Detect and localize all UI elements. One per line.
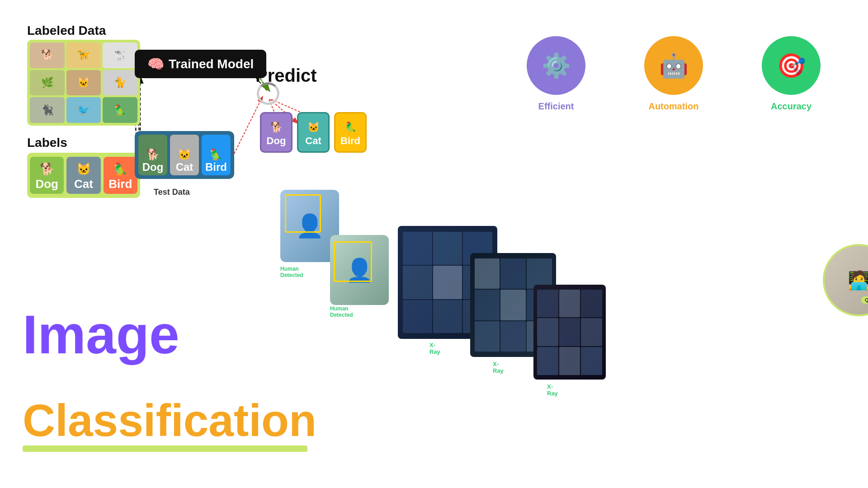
- grid-cell-cat3: 🐈: [103, 70, 137, 96]
- labeled-data-title: Labeled Data: [27, 23, 106, 38]
- predict-spinner: [257, 82, 279, 105]
- svg-line-10: [234, 97, 262, 154]
- test-data-label: Test Data: [154, 188, 190, 197]
- xray-label-2: X-Ray: [493, 361, 504, 374]
- face-box-1: [285, 194, 321, 233]
- automation-label: Automation: [648, 101, 698, 112]
- grid-cell-dog3: 🐩: [103, 42, 137, 68]
- xray-label-1: X-Ray: [429, 342, 440, 355]
- accuracy-icon: 🎯: [762, 36, 821, 95]
- face-image-2: 👤: [330, 235, 389, 305]
- grid-cell-dog1: 🐕: [30, 42, 65, 68]
- label-cat: 🐱 Cat: [66, 157, 100, 194]
- xray-label-3: X-Ray: [547, 383, 558, 397]
- grid-cell-cat1: 🌿: [30, 70, 65, 96]
- automation-icon: 🤖: [644, 36, 703, 95]
- brain-icon: 🧠: [147, 56, 164, 72]
- grid-cell-cat2: 🐱: [66, 70, 101, 96]
- xray-image-3: [533, 285, 606, 380]
- features-section: ⚙️ Efficient 🤖 Automation 🎯 Accuracy: [524, 36, 823, 112]
- human-detected-label-1: Human Detected: [280, 266, 303, 278]
- predict-results: 🐕 Dog 🐱 Cat 🦜 Bird: [260, 112, 367, 153]
- accuracy-label: Accuracy: [771, 101, 811, 112]
- test-bird-cell: 🦜 Bird: [202, 135, 231, 175]
- classification-text: Classification: [23, 398, 316, 443]
- label-dog: 🐕 Dog: [30, 157, 64, 194]
- grid-cell-dog2: 🦮: [66, 42, 101, 68]
- pred-bird-card: 🦜 Bird: [334, 112, 367, 153]
- test-cat-cell: 🐱 Cat: [170, 135, 199, 175]
- person-badge: Quinn_free: [861, 296, 868, 304]
- underline-bar: [23, 446, 307, 452]
- person-circle-2: 🧑‍💻: [823, 244, 868, 316]
- feature-automation: 🤖 Automation: [642, 36, 705, 112]
- label-bird: 🦜 Bird: [104, 157, 137, 194]
- grid-cell-bird1: 🐦: [66, 97, 101, 123]
- pred-dog-card: 🐕 Dog: [260, 112, 292, 153]
- face-box-2: [334, 241, 372, 282]
- image-text: Image: [23, 307, 179, 361]
- human-detected-label-2: Human Detected: [330, 305, 353, 318]
- test-dog-cell: 🐕 Dog: [138, 135, 167, 175]
- grid-cell-cat4: 🐈‍⬛: [30, 97, 65, 123]
- trained-model-label: Trained Model: [169, 57, 254, 71]
- labels-title: Labels: [27, 136, 67, 150]
- pred-cat-card: 🐱 Cat: [297, 112, 330, 153]
- feature-accuracy: 🎯 Accuracy: [760, 36, 823, 112]
- labels-grid: 🐕 Dog 🐱 Cat 🦜 Bird: [27, 153, 140, 198]
- test-data-box: 🐕 Dog 🐱 Cat 🦜 Bird: [135, 131, 234, 179]
- efficient-icon: ⚙️: [527, 36, 585, 95]
- efficient-label: Efficient: [538, 101, 574, 112]
- grid-cell-bird2: 🦜: [103, 97, 137, 123]
- trained-model-box: 🧠 Trained Model: [135, 50, 266, 78]
- labeled-data-grid: 🐕 🦮 🐩 🌿 🐱 🐈 🐈‍⬛ 🐦 🦜: [27, 40, 140, 126]
- feature-efficient: ⚙️ Efficient: [524, 36, 588, 112]
